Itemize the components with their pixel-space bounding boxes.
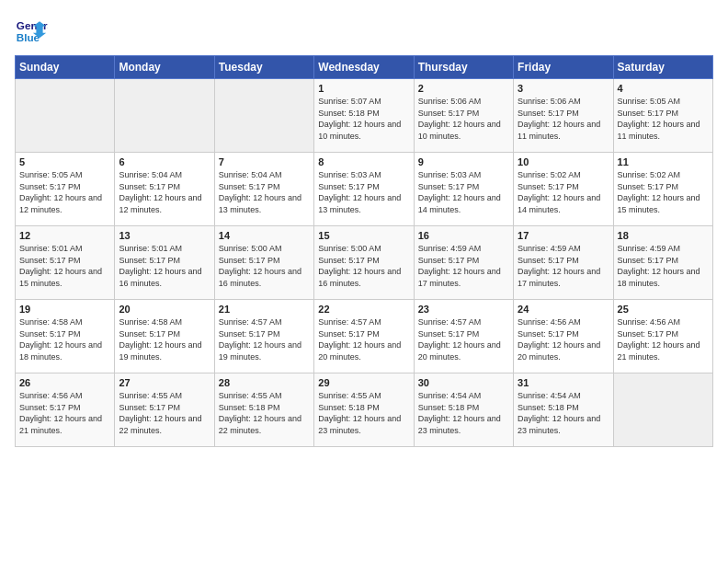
day-number: 30 bbox=[418, 377, 509, 388]
day-info: Sunrise: 5:06 AM Sunset: 5:17 PM Dayligh… bbox=[518, 96, 609, 142]
day-info: Sunrise: 4:56 AM Sunset: 5:17 PM Dayligh… bbox=[19, 390, 110, 436]
calendar-cell: 30Sunrise: 4:54 AM Sunset: 5:18 PM Dayli… bbox=[414, 373, 513, 447]
day-number: 1 bbox=[318, 83, 409, 94]
week-row-2: 5Sunrise: 5:05 AM Sunset: 5:17 PM Daylig… bbox=[16, 153, 713, 226]
day-number: 10 bbox=[518, 156, 609, 167]
day-info: Sunrise: 5:05 AM Sunset: 5:17 PM Dayligh… bbox=[618, 96, 709, 142]
calendar-cell: 29Sunrise: 4:55 AM Sunset: 5:18 PM Dayli… bbox=[314, 373, 414, 447]
calendar-cell: 5Sunrise: 5:05 AM Sunset: 5:17 PM Daylig… bbox=[16, 153, 115, 226]
day-number: 19 bbox=[19, 304, 110, 315]
calendar-table: SundayMondayTuesdayWednesdayThursdayFrid… bbox=[15, 55, 713, 447]
day-info: Sunrise: 5:06 AM Sunset: 5:17 PM Dayligh… bbox=[418, 96, 509, 142]
day-info: Sunrise: 4:57 AM Sunset: 5:17 PM Dayligh… bbox=[318, 316, 409, 362]
calendar-cell: 2Sunrise: 5:06 AM Sunset: 5:17 PM Daylig… bbox=[414, 79, 513, 153]
day-info: Sunrise: 4:56 AM Sunset: 5:17 PM Dayligh… bbox=[518, 316, 609, 362]
day-info: Sunrise: 4:54 AM Sunset: 5:18 PM Dayligh… bbox=[518, 390, 609, 436]
day-number: 9 bbox=[418, 156, 509, 167]
calendar-cell: 8Sunrise: 5:03 AM Sunset: 5:17 PM Daylig… bbox=[314, 153, 414, 226]
day-number: 18 bbox=[618, 230, 709, 241]
day-number: 27 bbox=[119, 377, 210, 388]
calendar-cell bbox=[214, 79, 313, 153]
calendar-cell: 6Sunrise: 5:04 AM Sunset: 5:17 PM Daylig… bbox=[115, 153, 214, 226]
calendar-cell: 15Sunrise: 5:00 AM Sunset: 5:17 PM Dayli… bbox=[314, 226, 414, 300]
header-tuesday: Tuesday bbox=[214, 56, 313, 79]
day-number: 4 bbox=[618, 83, 709, 94]
day-number: 16 bbox=[418, 230, 509, 241]
calendar-cell: 17Sunrise: 4:59 AM Sunset: 5:17 PM Dayli… bbox=[514, 226, 613, 300]
calendar-cell: 18Sunrise: 4:59 AM Sunset: 5:17 PM Dayli… bbox=[613, 226, 712, 300]
week-row-1: 1Sunrise: 5:07 AM Sunset: 5:18 PM Daylig… bbox=[16, 79, 713, 153]
day-info: Sunrise: 4:55 AM Sunset: 5:17 PM Dayligh… bbox=[119, 390, 210, 436]
calendar-cell: 12Sunrise: 5:01 AM Sunset: 5:17 PM Dayli… bbox=[16, 226, 115, 300]
day-number: 14 bbox=[219, 230, 310, 241]
day-number: 25 bbox=[618, 304, 709, 315]
day-info: Sunrise: 5:05 AM Sunset: 5:17 PM Dayligh… bbox=[19, 169, 110, 215]
calendar-cell: 9Sunrise: 5:03 AM Sunset: 5:17 PM Daylig… bbox=[414, 153, 513, 226]
day-number: 6 bbox=[119, 156, 210, 167]
header-sunday: Sunday bbox=[16, 56, 115, 79]
day-info: Sunrise: 5:04 AM Sunset: 5:17 PM Dayligh… bbox=[219, 169, 310, 215]
header-thursday: Thursday bbox=[414, 56, 513, 79]
calendar-cell: 14Sunrise: 5:00 AM Sunset: 5:17 PM Dayli… bbox=[214, 226, 313, 300]
header-wednesday: Wednesday bbox=[314, 56, 414, 79]
calendar-cell: 19Sunrise: 4:58 AM Sunset: 5:17 PM Dayli… bbox=[16, 300, 115, 373]
day-info: Sunrise: 4:57 AM Sunset: 5:17 PM Dayligh… bbox=[219, 316, 310, 362]
day-info: Sunrise: 4:58 AM Sunset: 5:17 PM Dayligh… bbox=[119, 316, 210, 362]
day-info: Sunrise: 5:01 AM Sunset: 5:17 PM Dayligh… bbox=[19, 243, 110, 289]
day-number: 8 bbox=[318, 156, 409, 167]
day-info: Sunrise: 4:59 AM Sunset: 5:17 PM Dayligh… bbox=[518, 243, 609, 289]
day-info: Sunrise: 4:59 AM Sunset: 5:17 PM Dayligh… bbox=[618, 243, 709, 289]
day-number: 31 bbox=[518, 377, 609, 388]
day-number: 23 bbox=[418, 304, 509, 315]
page-header: General Blue bbox=[15, 15, 713, 48]
day-info: Sunrise: 4:55 AM Sunset: 5:18 PM Dayligh… bbox=[219, 390, 310, 436]
week-row-5: 26Sunrise: 4:56 AM Sunset: 5:17 PM Dayli… bbox=[16, 373, 713, 447]
calendar-cell: 26Sunrise: 4:56 AM Sunset: 5:17 PM Dayli… bbox=[16, 373, 115, 447]
calendar-cell: 21Sunrise: 4:57 AM Sunset: 5:17 PM Dayli… bbox=[214, 300, 313, 373]
calendar-cell: 1Sunrise: 5:07 AM Sunset: 5:18 PM Daylig… bbox=[314, 79, 414, 153]
day-number: 7 bbox=[219, 156, 310, 167]
calendar-cell: 11Sunrise: 5:02 AM Sunset: 5:17 PM Dayli… bbox=[613, 153, 712, 226]
calendar-cell: 25Sunrise: 4:56 AM Sunset: 5:17 PM Dayli… bbox=[613, 300, 712, 373]
calendar-cell: 3Sunrise: 5:06 AM Sunset: 5:17 PM Daylig… bbox=[514, 79, 613, 153]
calendar-cell: 10Sunrise: 5:02 AM Sunset: 5:17 PM Dayli… bbox=[514, 153, 613, 226]
day-number: 17 bbox=[518, 230, 609, 241]
calendar-cell: 22Sunrise: 4:57 AM Sunset: 5:17 PM Dayli… bbox=[314, 300, 414, 373]
calendar-cell: 13Sunrise: 5:01 AM Sunset: 5:17 PM Dayli… bbox=[115, 226, 214, 300]
calendar-cell: 31Sunrise: 4:54 AM Sunset: 5:18 PM Dayli… bbox=[514, 373, 613, 447]
day-number: 24 bbox=[518, 304, 609, 315]
day-info: Sunrise: 4:59 AM Sunset: 5:17 PM Dayligh… bbox=[418, 243, 509, 289]
week-row-4: 19Sunrise: 4:58 AM Sunset: 5:17 PM Dayli… bbox=[16, 300, 713, 373]
day-info: Sunrise: 5:03 AM Sunset: 5:17 PM Dayligh… bbox=[418, 169, 509, 215]
day-info: Sunrise: 5:07 AM Sunset: 5:18 PM Dayligh… bbox=[318, 96, 409, 142]
day-number: 2 bbox=[418, 83, 509, 94]
day-info: Sunrise: 4:56 AM Sunset: 5:17 PM Dayligh… bbox=[618, 316, 709, 362]
calendar-cell bbox=[16, 79, 115, 153]
day-number: 20 bbox=[119, 304, 210, 315]
calendar-cell: 7Sunrise: 5:04 AM Sunset: 5:17 PM Daylig… bbox=[214, 153, 313, 226]
day-info: Sunrise: 4:58 AM Sunset: 5:17 PM Dayligh… bbox=[19, 316, 110, 362]
day-info: Sunrise: 4:54 AM Sunset: 5:18 PM Dayligh… bbox=[418, 390, 509, 436]
day-number: 28 bbox=[219, 377, 310, 388]
day-number: 15 bbox=[318, 230, 409, 241]
header-saturday: Saturday bbox=[613, 56, 712, 79]
calendar-cell: 24Sunrise: 4:56 AM Sunset: 5:17 PM Dayli… bbox=[514, 300, 613, 373]
day-number: 21 bbox=[219, 304, 310, 315]
calendar-cell: 4Sunrise: 5:05 AM Sunset: 5:17 PM Daylig… bbox=[613, 79, 712, 153]
header-monday: Monday bbox=[115, 56, 214, 79]
day-number: 13 bbox=[119, 230, 210, 241]
calendar-cell: 20Sunrise: 4:58 AM Sunset: 5:17 PM Dayli… bbox=[115, 300, 214, 373]
calendar-cell bbox=[613, 373, 712, 447]
day-number: 26 bbox=[19, 377, 110, 388]
day-info: Sunrise: 5:03 AM Sunset: 5:17 PM Dayligh… bbox=[318, 169, 409, 215]
day-info: Sunrise: 5:00 AM Sunset: 5:17 PM Dayligh… bbox=[219, 243, 310, 289]
day-info: Sunrise: 5:02 AM Sunset: 5:17 PM Dayligh… bbox=[518, 169, 609, 215]
day-info: Sunrise: 4:57 AM Sunset: 5:17 PM Dayligh… bbox=[418, 316, 509, 362]
day-info: Sunrise: 5:00 AM Sunset: 5:17 PM Dayligh… bbox=[318, 243, 409, 289]
calendar-cell bbox=[115, 79, 214, 153]
week-row-3: 12Sunrise: 5:01 AM Sunset: 5:17 PM Dayli… bbox=[16, 226, 713, 300]
day-number: 12 bbox=[19, 230, 110, 241]
day-number: 11 bbox=[618, 156, 709, 167]
calendar-cell: 16Sunrise: 4:59 AM Sunset: 5:17 PM Dayli… bbox=[414, 226, 513, 300]
day-info: Sunrise: 4:55 AM Sunset: 5:18 PM Dayligh… bbox=[318, 390, 409, 436]
